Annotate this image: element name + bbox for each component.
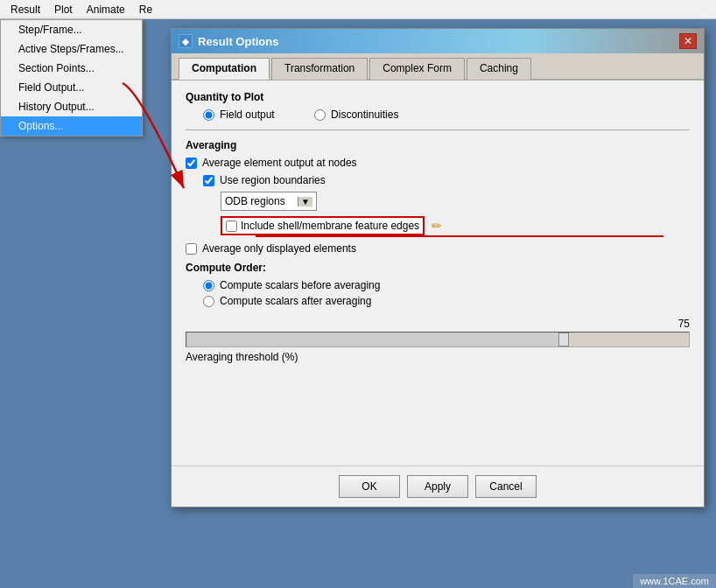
divider-1 (186, 130, 690, 130)
include-shell-row: Include shell/membrane feature edges ✏ (221, 216, 690, 235)
dialog-buttons: OK Apply Cancel (172, 466, 704, 507)
slider-section: 75 Averaging threshold (%) (186, 318, 690, 363)
menu-animate[interactable]: Animate (80, 2, 132, 18)
dropdown-item-step-frame[interactable]: Step/Frame... (1, 20, 142, 39)
include-shell-label: Include shell/membrane feature edges (241, 220, 419, 232)
pencil-icon: ✏ (432, 219, 442, 233)
checkbox-average-displayed[interactable] (186, 243, 197, 255)
radio-compute-after[interactable] (203, 296, 214, 307)
radio-after-row: Compute scalars after averaging (203, 295, 690, 307)
quantity-radio-group: Field output Discontinuities (186, 108, 690, 121)
odb-regions-select[interactable]: ODB regions ▼ (221, 192, 317, 211)
checkbox-include-shell[interactable] (226, 220, 237, 232)
ok-button[interactable]: OK (339, 475, 400, 498)
radio-compute-before[interactable] (203, 280, 214, 291)
slider-value-row: 75 (186, 318, 690, 330)
include-shell-highlight: Include shell/membrane feature edges (221, 216, 425, 235)
radio-after-label: Compute scalars after averaging (220, 295, 371, 307)
logo-bar: www.1CAE.com (633, 574, 716, 588)
radio-discontinuities-label: Discontinuities (331, 108, 398, 121)
dialog-icon: ◆ (179, 34, 193, 48)
checkbox-average-element-row: Average element output at nodes (186, 157, 690, 169)
checkbox-average-element-label: Average element output at nodes (202, 157, 357, 169)
averaging-threshold-label: Averaging threshold (%) (186, 351, 690, 363)
checkbox-average-displayed-label: Average only displayed elements (202, 242, 356, 255)
menu-re[interactable]: Re (132, 2, 159, 18)
dropdown-item-active-steps[interactable]: Active Steps/Frames... (1, 39, 142, 59)
dialog-close-button[interactable]: ✕ (679, 33, 697, 49)
menu-plot[interactable]: Plot (47, 2, 80, 18)
checkbox-use-region-label: Use region boundaries (220, 174, 326, 186)
checkbox-use-region-row: Use region boundaries (203, 174, 690, 186)
menu-bar: Result Plot Animate Re (0, 0, 716, 19)
menu-result[interactable]: Result (4, 2, 47, 18)
slider-track (186, 332, 690, 347)
checkbox-use-region[interactable] (203, 175, 214, 186)
quantity-to-plot-label: Quantity to Plot (186, 91, 690, 103)
radio-before-label: Compute scalars before averaging (220, 279, 380, 291)
odb-regions-value: ODB regions (225, 195, 285, 207)
cancel-button[interactable]: Cancel (475, 475, 537, 498)
dialog-title-text: Result Options (198, 35, 278, 48)
apply-button[interactable]: Apply (407, 475, 468, 498)
slider-thumb[interactable] (558, 332, 569, 346)
dialog-content: Quantity to Plot Field output Discontinu… (172, 80, 704, 466)
averaging-label: Averaging (186, 139, 690, 151)
compute-order-label: Compute Order: (186, 262, 690, 274)
slider-value: 75 (678, 318, 690, 330)
tab-complex-form[interactable]: Complex Form (369, 58, 465, 80)
tab-caching[interactable]: Caching (467, 58, 531, 80)
radio-before-row: Compute scalars before averaging (203, 279, 690, 291)
checkbox-average-element[interactable] (186, 158, 197, 169)
odb-regions-row: ODB regions ▼ (221, 192, 690, 211)
radio-field-output-label: Field output (220, 108, 275, 121)
checkbox-average-displayed-row: Average only displayed elements (186, 242, 690, 255)
tab-computation[interactable]: Computation (179, 58, 270, 80)
compute-order-section: Compute Order: Compute scalars before av… (186, 262, 690, 307)
result-dropdown-menu: Step/Frame... Active Steps/Frames... Sec… (0, 19, 143, 136)
dropdown-item-field-output[interactable]: Field Output... (1, 78, 142, 97)
dialog-titlebar: ◆ Result Options ✕ (172, 29, 704, 53)
underline-decoration (256, 235, 663, 237)
slider-fill (186, 332, 564, 346)
dropdown-item-section-points[interactable]: Section Points... (1, 59, 142, 78)
dialog-title-area: ◆ Result Options (179, 34, 278, 48)
radio-field-output-row: Field output Discontinuities (203, 108, 690, 121)
dropdown-item-history-output[interactable]: History Output... (1, 97, 142, 116)
odb-regions-arrow: ▼ (298, 197, 312, 206)
radio-discontinuities[interactable] (314, 109, 326, 121)
tab-transformation[interactable]: Transformation (271, 58, 368, 80)
dialog-tabs: Computation Transformation Complex Form … (172, 53, 704, 80)
radio-field-output[interactable] (203, 109, 214, 121)
result-options-dialog: ◆ Result Options ✕ Computation Transform… (171, 28, 705, 508)
dropdown-item-options[interactable]: Options... (1, 116, 142, 136)
